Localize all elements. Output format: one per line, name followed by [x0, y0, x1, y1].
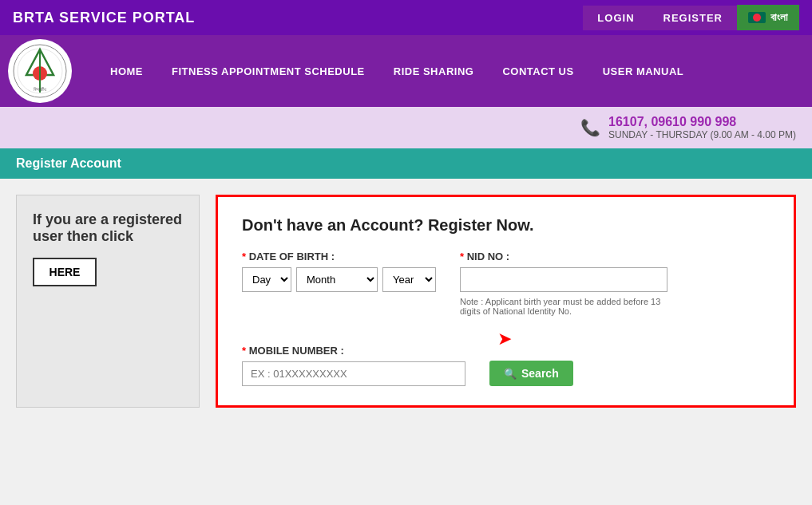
contact-bar: 📞 16107, 09610 990 998 SUNDAY - THURSDAY…: [0, 107, 812, 148]
left-panel-text: If you are a registered user then click: [33, 211, 183, 245]
dob-nid-row: * DATE OF BIRTH : Day1234567891011121314…: [242, 251, 770, 316]
lang-label: বাংলা: [770, 11, 788, 24]
nid-input[interactable]: [460, 267, 667, 292]
nav-fitness[interactable]: FITNESS APPOINTMENT SCHEDULE: [157, 57, 379, 85]
contact-info: 16107, 09610 990 998 SUNDAY - THURSDAY (…: [608, 115, 796, 140]
logo-svg: বিআরটিএ: [12, 43, 68, 99]
nav-ridesharing[interactable]: RIDE SHARING: [379, 57, 489, 85]
arrow-indicator: ➤: [489, 329, 573, 349]
nav-manual[interactable]: USER MANUAL: [588, 57, 699, 85]
search-group: ➤ 🔍 Search: [489, 329, 573, 386]
search-label: Search: [521, 367, 559, 380]
mobile-input[interactable]: [242, 361, 465, 386]
left-panel: If you are a registered user then click …: [16, 195, 200, 408]
register-form-panel: Don't have an Account? Register Now. * D…: [216, 195, 796, 408]
contact-number: 16107, 09610 990 998: [608, 115, 796, 129]
register-header: Register Account: [0, 148, 812, 179]
dob-label: * DATE OF BIRTH :: [242, 251, 436, 262]
register-header-title: Register Account: [16, 156, 121, 170]
logo: বিআরটিএ: [8, 39, 72, 103]
main-content: If you are a registered user then click …: [0, 179, 812, 424]
contact-hours: SUNDAY - THURSDAY (9.00 AM - 4.00 PM): [608, 129, 796, 140]
mobile-search-row: * MOBILE NUMBER : ➤ 🔍 Search: [242, 329, 770, 386]
dob-group: * DATE OF BIRTH : Day1234567891011121314…: [242, 251, 436, 292]
register-button[interactable]: REGISTER: [649, 6, 737, 30]
nid-label: * NID NO :: [460, 251, 770, 262]
here-button[interactable]: HERE: [33, 258, 97, 286]
site-title: BRTA SERVICE PORTAL: [13, 10, 195, 26]
top-bar-actions: LOGIN REGISTER বাংলা: [583, 5, 799, 30]
dob-month-select[interactable]: MonthJanuaryFebruaryMarchAprilMayJuneJul…: [296, 267, 378, 292]
dob-selects: Day1234567891011121314151617181920212223…: [242, 267, 436, 292]
dob-day-select[interactable]: Day1234567891011121314151617181920212223…: [242, 267, 291, 292]
nav-home[interactable]: HOME: [96, 57, 157, 85]
nid-note: Note : Applicant birth year must be adde…: [460, 297, 667, 316]
mobile-group: * MOBILE NUMBER :: [242, 345, 465, 386]
nav-bar: বিআরটিএ HOME FITNESS APPOINTMENT SCHEDUL…: [0, 35, 812, 107]
mobile-label: * MOBILE NUMBER :: [242, 345, 465, 357]
svg-text:বিআরটিএ: বিআরটিএ: [34, 87, 46, 92]
language-button[interactable]: বাংলা: [737, 5, 799, 30]
search-button[interactable]: 🔍 Search: [489, 361, 573, 386]
form-title: Don't have an Account? Register Now.: [242, 216, 770, 235]
flag-icon: [748, 12, 766, 23]
dob-year-select[interactable]: Year200520042003200220012000199919981997…: [382, 267, 436, 292]
top-bar: BRTA SERVICE PORTAL LOGIN REGISTER বাংলা: [0, 0, 812, 35]
nav-links: HOME FITNESS APPOINTMENT SCHEDULE RIDE S…: [96, 57, 804, 85]
nid-group: * NID NO : Note : Applicant birth year m…: [460, 251, 770, 316]
red-arrow-icon: ➤: [497, 329, 512, 349]
nav-contact[interactable]: CONTACT US: [488, 57, 588, 85]
phone-icon: 📞: [580, 118, 600, 137]
login-button[interactable]: LOGIN: [583, 6, 648, 30]
search-icon: 🔍: [504, 368, 517, 380]
